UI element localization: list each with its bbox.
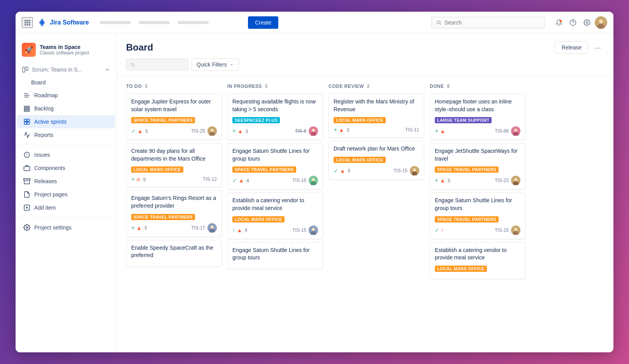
sidebar-item-add-item[interactable]: Add item [17, 201, 115, 214]
card-id: TIS-12 [203, 177, 217, 182]
sidebar-item-project-settings[interactable]: Project settings [17, 221, 115, 234]
board-search-input[interactable] [137, 61, 184, 68]
chevron-down-icon [229, 62, 234, 67]
app-name: Jira Software [50, 19, 89, 26]
page-title: Board [126, 42, 153, 53]
scrum-board-section[interactable]: Scrum: Teams in S... [16, 63, 116, 76]
card-tis15-shuttle-done[interactable]: Engage Saturn Shuttle Lines for group to… [430, 192, 525, 239]
help-icon[interactable] [567, 16, 579, 29]
card-avatar [511, 126, 520, 136]
card-todo-4[interactable]: Enable Speedy SpaceCraft as the preferre… [126, 240, 222, 267]
board-search[interactable] [126, 59, 188, 70]
create-button[interactable]: Create [248, 16, 278, 29]
sidebar-item-reports[interactable]: Reports [17, 128, 115, 142]
column-header-done: DONE 8 [430, 82, 526, 91]
svg-point-14 [586, 21, 588, 23]
svg-point-40 [131, 63, 134, 66]
column-done: DONE 8 Homepage footer uses an inline st… [430, 82, 526, 346]
story-icon: + [435, 128, 438, 135]
sidebar-item-issues[interactable]: Issues [17, 148, 115, 161]
check-icon: ✓ [131, 128, 136, 134]
card-title: Requesting available flights is now taki… [232, 98, 318, 113]
card-count: 5 [145, 128, 148, 134]
svg-rect-2 [29, 20, 30, 21]
svg-rect-5 [29, 22, 30, 23]
card-id: TIS-25 [191, 128, 205, 134]
svg-rect-1 [27, 20, 28, 21]
card-tis68[interactable]: Homepage footer uses an inline style–sho… [430, 94, 525, 140]
block-icon: ⊘ [136, 177, 141, 182]
jira-logo[interactable]: Jira Software [37, 18, 89, 27]
search-box[interactable] [431, 17, 545, 28]
card-tis15-draft[interactable]: Draft network plan for Mars Office LOCAL… [329, 141, 424, 180]
card-inprog-4[interactable]: Engage Saturn Shuttle Lines for group to… [227, 242, 323, 269]
card-done-catering[interactable]: Establish a catering vendor to provide m… [430, 242, 525, 279]
svg-rect-3 [25, 22, 26, 23]
notifications-icon[interactable] [553, 16, 565, 29]
sidebar-item-releases[interactable]: Releases [17, 175, 115, 188]
sidebar-item-active-sprints[interactable]: Active sprints [17, 115, 115, 128]
card-avatar [511, 176, 520, 185]
quick-filters-label: Quick Filters [197, 61, 227, 68]
search-input[interactable] [445, 19, 540, 26]
card-tis23[interactable]: Engage JetShuttle SpaceWays for travel S… [430, 143, 525, 189]
card-title: Register with the Mars Ministry of Reven… [334, 98, 419, 113]
card-label: LOCAL MARS OFFICE [131, 166, 183, 173]
project-icon: 🚀 [22, 43, 36, 57]
project-settings-icon [23, 224, 30, 231]
card-id: TIS-15 [292, 228, 306, 233]
card-id: TIS-15 [292, 178, 306, 183]
card-icons: + ▲ [435, 128, 445, 135]
card-title: Enable Speedy SpaceCraft as the preferre… [131, 244, 217, 259]
card-tis8[interactable]: Requesting available flights is now taki… [227, 94, 323, 140]
grid-menu-icon[interactable] [22, 17, 33, 28]
card-count: 5 [448, 178, 450, 184]
card-title: Engage Saturn Shuttle Lines for group to… [435, 197, 520, 212]
priority-icon: ▲ [239, 177, 244, 184]
card-count: 3 [346, 127, 349, 133]
card-title: Engage JetShuttle SpaceWays for travel [435, 147, 520, 163]
board-icon [22, 66, 29, 73]
quick-filters-button[interactable]: Quick Filters [192, 58, 239, 71]
card-tis12[interactable]: Create 90 day plans for all departments … [126, 143, 222, 187]
column-code-review: CODE REVIEW 2 Register with the Mars Min… [329, 82, 425, 346]
more-options-button[interactable]: ··· [591, 42, 604, 54]
story-icon: ↑ [232, 227, 235, 233]
sidebar-item-roadmap[interactable]: Roadmap [17, 89, 115, 102]
card-tis15-prog[interactable]: Engage Saturn Shuttle Lines for group to… [227, 143, 323, 189]
sidebar-item-board[interactable]: Board [17, 76, 115, 89]
cards-done: Homepage footer uses an inline style–sho… [430, 94, 526, 346]
card-icons: ✓ ▲ 3 [334, 168, 350, 174]
card-icons: ↑ ▲ 4 [232, 227, 248, 233]
card-tis17[interactable]: Engage Saturn's Rings Resort as a prefer… [126, 190, 222, 236]
settings-icon[interactable] [581, 16, 593, 29]
story-icon: + [232, 128, 236, 135]
components-label: Components [34, 165, 65, 171]
card-avatar [207, 223, 217, 233]
story-icon: + [131, 224, 135, 231]
card-id: TIS-17 [191, 225, 205, 231]
svg-rect-7 [27, 24, 28, 25]
priority-icon: ▲ [137, 128, 143, 134]
sidebar-item-backlog[interactable]: Backlog [17, 102, 115, 115]
svg-rect-29 [27, 122, 30, 124]
column-header-code-review: CODE REVIEW 2 [329, 82, 425, 91]
svg-point-9 [437, 21, 440, 24]
sidebar-item-components[interactable]: Components [17, 161, 115, 175]
column-in-progress: IN PROGRESS 5 Requesting available fligh… [227, 82, 324, 346]
card-icons: + ▲ 5 [435, 177, 450, 184]
card-tis15-catering[interactable]: Establish a catering vendor to provide m… [227, 192, 323, 239]
card-tis11[interactable]: Register with the Mars Ministry of Reven… [329, 94, 424, 138]
svg-point-55 [312, 228, 315, 231]
svg-point-16 [599, 19, 603, 23]
add-item-icon [23, 204, 30, 211]
card-tis25[interactable]: Engage Jupiter Express for outer solar s… [126, 94, 222, 140]
release-button[interactable]: Release [555, 41, 588, 54]
issues-icon [23, 151, 30, 158]
card-meta: ✓ ▲ 4 TIS-15 [232, 176, 318, 185]
sidebar-divider-1 [16, 145, 116, 145]
user-avatar[interactable] [595, 16, 607, 29]
sidebar-item-project-pages[interactable]: Project pages [17, 188, 115, 201]
card-id: TIS-11 [405, 127, 419, 133]
priority-icon: ▲ [340, 168, 345, 174]
